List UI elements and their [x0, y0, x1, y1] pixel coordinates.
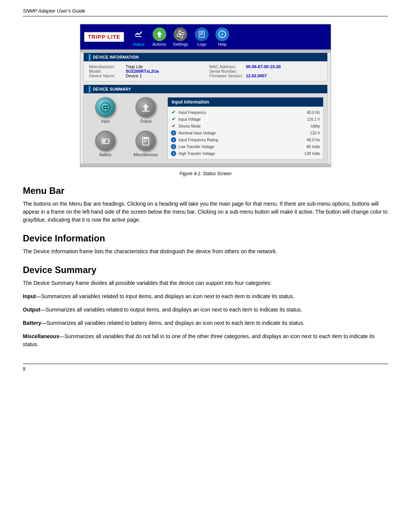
info-icon-3: i	[171, 144, 176, 149]
output-icon	[140, 102, 151, 113]
info-row-serial: Serial Number:	[209, 69, 322, 73]
device-summary-heading: Device Summary	[23, 265, 388, 275]
device-summary-title-bar: DEVICE SUMMARY	[84, 85, 327, 93]
misc-label: Miscellaneous	[134, 153, 158, 157]
svg-rect-13	[108, 140, 110, 142]
icon-cell-output[interactable]: Output	[128, 97, 164, 126]
info-row-firmware: Firmware Version: 12.02.0007	[209, 73, 322, 78]
model-value: SU2200RTxL2Ua	[126, 69, 159, 73]
nav-item-status[interactable]: Status	[129, 27, 148, 47]
screenshot-box: TRIPP·LITE Status	[80, 24, 331, 167]
page-footer: 8	[23, 364, 388, 372]
nominal-value: 120 V	[297, 131, 320, 135]
actions-icon	[155, 30, 164, 38]
icon-cell-input[interactable]: Input	[88, 97, 123, 126]
input-info-rows: ✔ Input Frequency 60.0 Hz ✔ Input Voltag…	[168, 107, 323, 159]
misc-icon	[140, 136, 151, 146]
info-row-manufacturer: Manufacturer: Tripp Lite	[89, 64, 202, 69]
menu-bar-heading: Menu Bar	[23, 185, 388, 196]
input-row-low-transfer: i Low Transfer Voltage 85 Volts	[171, 143, 320, 150]
nav-item-help[interactable]: ? Help	[212, 27, 232, 47]
check-icon-2: ✔	[171, 117, 176, 122]
info-col-left: Manufacturer: Tripp Lite Model: SU2200RT…	[89, 64, 202, 78]
model-label: Model:	[89, 69, 123, 73]
firmware-label: Firmware Version:	[209, 73, 244, 78]
device-summary-misc: Miscellaneous—Summarizes all variables t…	[23, 332, 388, 348]
battery-icon-circle	[95, 131, 116, 151]
freq-rating-label: Input Frequency Rating	[178, 138, 295, 142]
status-icon-circle	[132, 27, 145, 41]
input-row-voltage: ✔ Input Voltage 116.1 V	[171, 116, 320, 123]
icon-cell-misc[interactable]: Miscellaneous	[128, 131, 164, 160]
svg-rect-18	[144, 137, 148, 139]
page-header-title: SNMP Adapter User's Guide	[23, 8, 85, 14]
nav-bar: TRIPP·LITE Status	[80, 24, 331, 50]
input-row-high-transfer: i High Transfer Voltage 138 Volts	[171, 150, 320, 157]
mac-value: 00-06-67-00-10-20	[246, 64, 281, 69]
output-label: Output	[140, 119, 151, 123]
nav-item-logs[interactable]: Logs	[192, 27, 212, 47]
device-summary-title: DEVICE SUMMARY	[93, 87, 131, 91]
nav-logo: TRIPP·LITE	[84, 32, 124, 42]
freq-value: 60.0 Hz	[297, 110, 320, 115]
serial-label: Serial Number:	[209, 69, 244, 73]
status-label: Status	[133, 42, 145, 46]
nav-item-actions[interactable]: Actions	[149, 27, 169, 47]
input-icon	[100, 102, 111, 113]
device-summary-intro: The Device Summary frame divides all pos…	[23, 279, 388, 287]
battery-label: Battery	[99, 153, 112, 157]
info-row-device-name: Device Name: Device 1	[89, 73, 202, 78]
device-info-title: DEVICE INFORMATION	[93, 55, 139, 59]
content-area: DEVICE INFORMATION Manufacturer: Tripp L…	[80, 53, 331, 164]
nominal-label: Nominal Input Voltage	[178, 131, 295, 135]
device-summary-battery: Battery—Summarizes all variables related…	[23, 319, 388, 327]
battery-icon	[100, 136, 111, 146]
info-icon-1: i	[171, 130, 176, 136]
input-info-title: Input Information	[168, 97, 323, 107]
device-summary-panel: DEVICE SUMMARY	[83, 85, 328, 164]
input-row-mode: ✔ Device Mode Utility	[171, 123, 320, 129]
figure-caption: Figure 4-1: Status Screen	[23, 171, 388, 176]
misc-icon-circle	[135, 131, 156, 151]
device-info-title-bar: DEVICE INFORMATION	[84, 53, 327, 61]
input-row-nominal: i Nominal Input Voltage 120 V	[171, 129, 320, 136]
check-icon-1: ✔	[171, 110, 176, 115]
menu-bar-text: The buttons on the Menu Bar are headings…	[23, 200, 388, 224]
device-summary-content: Input Output	[84, 93, 327, 163]
input-row-frequency: ✔ Input Frequency 60.0 Hz	[171, 109, 320, 116]
logo-tripp: TRIPP	[88, 34, 105, 40]
info-row-mac: MAC Address: 00-06-67-00-10-20	[209, 64, 322, 69]
settings-icon-circle	[174, 27, 187, 41]
volt-label: Input Voltage	[178, 117, 295, 121]
info-icon-4: i	[171, 151, 176, 156]
svg-text:?: ?	[221, 32, 224, 37]
mode-value: Utility	[297, 124, 320, 128]
mode-label: Device Mode	[178, 124, 295, 128]
device-summary-output: Output—Summarizes all variables related …	[23, 306, 388, 314]
freq-label: Input Frequency	[178, 110, 295, 115]
high-transfer-label: High Transfer Voltage	[178, 152, 295, 156]
help-icon: ?	[218, 30, 226, 38]
logs-icon-circle	[195, 27, 209, 41]
low-transfer-label: Low Transfer Voltage	[178, 145, 295, 149]
page-number: 8	[23, 366, 25, 372]
logs-label: Logs	[197, 42, 206, 46]
page-header: SNMP Adapter User's Guide	[23, 8, 388, 16]
nav-item-settings[interactable]: Settings	[170, 27, 191, 47]
svg-point-0	[179, 33, 182, 35]
device-summary-input: Input—Summarizes all variables related t…	[23, 292, 388, 300]
settings-icon	[176, 30, 185, 38]
icon-cell-battery[interactable]: Battery	[88, 131, 123, 160]
device-name-value: Device 1	[126, 73, 142, 78]
page-container: SNMP Adapter User's Guide TRIPP·LITE Sta	[0, 0, 411, 387]
settings-label: Settings	[173, 42, 188, 46]
volt-value: 116.1 V	[297, 117, 320, 121]
info-row-model: Model: SU2200RTxL2Ua	[89, 69, 202, 73]
check-icon-3: ✔	[171, 123, 176, 129]
input-label: Input	[101, 119, 110, 123]
status-icon	[134, 30, 143, 38]
info-col-right: MAC Address: 00-06-67-00-10-20 Serial Nu…	[209, 64, 322, 78]
mac-label: MAC Address:	[209, 64, 244, 69]
logs-icon	[198, 30, 206, 38]
icon-grid: Input Output	[88, 97, 164, 160]
